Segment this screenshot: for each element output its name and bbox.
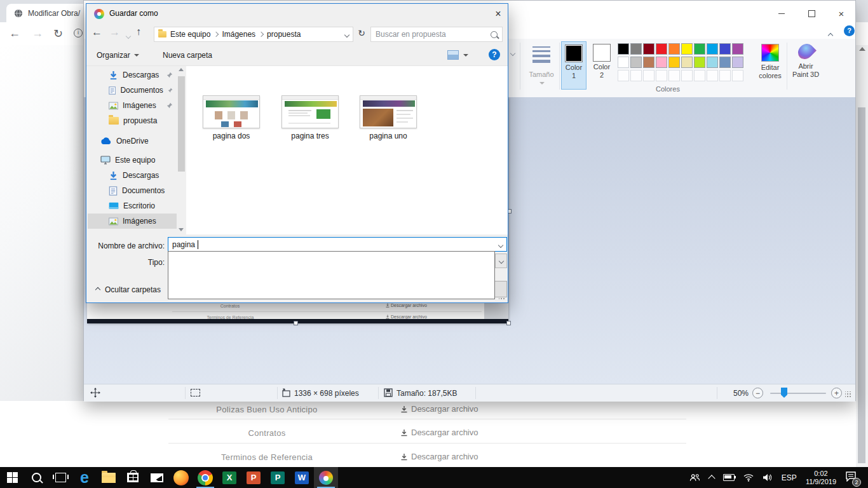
taskbar-file-explorer[interactable]	[97, 467, 121, 488]
up-one-level-button[interactable]: ↑	[136, 26, 141, 37]
taskbar-publisher[interactable]: P	[266, 467, 290, 488]
dialog-forward-button[interactable]: →	[109, 26, 120, 39]
palette-swatch[interactable]	[681, 43, 693, 55]
file-tile-pagina-uno[interactable]: pagina uno	[355, 95, 422, 140]
breadcrumb[interactable]: Este equipo Imágenes propuesta	[154, 27, 353, 42]
breadcrumb-current[interactable]: propuesta	[267, 30, 301, 39]
browser-reload-button[interactable]: ↻	[53, 27, 63, 41]
palette-swatch[interactable]	[656, 57, 667, 68]
palette-swatch[interactable]	[694, 57, 705, 68]
scrollbar-up-arrow[interactable]	[179, 68, 184, 71]
people-icon[interactable]	[689, 473, 700, 482]
browser-scrollbar-track[interactable]	[856, 45, 868, 467]
maximize-button[interactable]	[801, 6, 822, 20]
browser-scrollbar-thumb[interactable]	[858, 107, 865, 463]
minimize-button[interactable]	[771, 6, 792, 20]
sidebar-item-este-equipo[interactable]: Este equipo	[88, 152, 177, 168]
volume-icon[interactable]	[763, 473, 773, 482]
breadcrumb-folder[interactable]: Imágenes	[222, 30, 255, 39]
canvas-resize-handle-bottom[interactable]	[294, 321, 298, 325]
dialog-back-button[interactable]: ←	[92, 26, 102, 39]
change-view-button[interactable]	[447, 50, 468, 60]
palette-swatch[interactable]	[732, 57, 743, 68]
palette-swatch[interactable]	[630, 57, 642, 68]
palette-swatch[interactable]	[618, 57, 629, 68]
zoom-slider-track[interactable]	[770, 393, 826, 394]
paint-help-icon[interactable]: ?	[844, 25, 855, 36]
action-center-button[interactable]: 2	[845, 471, 857, 484]
chrome-close-button[interactable]: ×	[856, 0, 868, 22]
search-icon[interactable]	[491, 31, 498, 38]
sidebar-item-descargas[interactable]: Descargas	[88, 67, 177, 83]
color2-button[interactable]: Color2	[589, 41, 614, 90]
filetype-dropdown-button[interactable]	[495, 254, 507, 268]
palette-swatch[interactable]	[668, 43, 680, 55]
dialog-close-button[interactable]: ×	[491, 7, 505, 21]
edit-colors-button[interactable]: Editarcolores	[755, 41, 785, 91]
organize-menu-button[interactable]: Organizar	[97, 51, 139, 60]
filename-input[interactable]: pagina	[168, 237, 507, 252]
palette-swatch[interactable]	[719, 57, 731, 68]
battery-icon[interactable]	[723, 474, 735, 481]
palette-empty-slot[interactable]	[668, 70, 680, 81]
canvas-resize-handle-corner[interactable]	[506, 321, 511, 325]
palette-swatch[interactable]	[630, 43, 642, 55]
new-folder-button[interactable]: Nueva carpeta	[163, 51, 212, 60]
browser-back-button[interactable]: ←	[9, 27, 20, 40]
help-icon[interactable]: ?	[489, 49, 500, 60]
window-resize-grip[interactable]	[845, 391, 851, 398]
wifi-icon[interactable]	[743, 473, 754, 482]
taskbar-mail[interactable]	[145, 467, 169, 488]
refresh-button[interactable]: ↻	[356, 28, 367, 41]
taskbar-powerpoint[interactable]: P	[241, 467, 266, 488]
taskbar-firefox[interactable]	[169, 467, 193, 488]
scrollbar-down-arrow[interactable]	[179, 228, 184, 231]
sidebar-item-propuesta[interactable]: propuesta	[88, 113, 177, 128]
palette-empty-slot[interactable]	[656, 70, 667, 81]
file-tile-pagina-tres[interactable]: pagina tres	[276, 95, 344, 140]
taskbar-edge[interactable]: e	[72, 467, 97, 488]
palette-empty-slot[interactable]	[732, 70, 743, 81]
sidebar-item-imagenes[interactable]: Imágenes	[88, 98, 177, 113]
palette-empty-slot[interactable]	[618, 70, 629, 81]
page-info-icon[interactable]: i	[74, 29, 83, 37]
task-view-button[interactable]	[48, 467, 72, 488]
zoom-in-button[interactable]: +	[831, 388, 842, 398]
taskbar-word[interactable]: W	[290, 467, 314, 488]
sidebar-item-documentos[interactable]: Documentos	[88, 83, 177, 98]
palette-swatch[interactable]	[719, 43, 731, 55]
palette-empty-slot[interactable]	[719, 70, 731, 81]
palette-swatch[interactable]	[707, 57, 718, 68]
sidebar-item-escritorio[interactable]: Escritorio	[88, 198, 177, 214]
taskbar-paint[interactable]	[314, 467, 338, 488]
recent-locations-arrow[interactable]	[126, 31, 130, 40]
palette-empty-slot[interactable]	[681, 70, 693, 81]
zoom-slider-thumb[interactable]	[781, 388, 787, 398]
keyboard-language[interactable]: ESP	[782, 473, 797, 482]
palette-empty-slot[interactable]	[707, 70, 718, 81]
filename-dropdown-arrow[interactable]	[499, 240, 503, 249]
taskbar-store[interactable]	[121, 467, 145, 488]
palette-swatch[interactable]	[668, 57, 680, 68]
file-tile-pagina-dos[interactable]: pagina dos	[198, 95, 265, 140]
hide-folders-button[interactable]: Ocultar carpetas	[96, 285, 161, 294]
taskbar-excel[interactable]: X	[217, 467, 241, 488]
palette-empty-slot[interactable]	[643, 70, 654, 81]
palette-swatch[interactable]	[694, 43, 705, 55]
clock[interactable]: 0:02 11/9/2019	[806, 470, 836, 486]
palette-swatch[interactable]	[643, 43, 654, 55]
zoom-out-button[interactable]: −	[752, 388, 763, 398]
search-input[interactable]: Buscar en propuesta	[370, 27, 503, 42]
open-paint3d-button[interactable]: AbrirPaint 3D	[789, 41, 822, 91]
palette-swatch[interactable]	[681, 57, 693, 68]
sidebar-scrollbar[interactable]	[177, 66, 186, 233]
palette-swatch[interactable]	[707, 43, 718, 55]
scrollbar-up-arrow[interactable]	[859, 47, 865, 51]
show-hidden-icons-chevron[interactable]	[708, 475, 715, 482]
size-button[interactable]: Tamaño	[525, 43, 558, 93]
sidebar-item-documentos-2[interactable]: Documentos	[88, 183, 177, 198]
taskbar-chrome[interactable]	[193, 467, 217, 488]
browser-forward-button[interactable]: →	[32, 27, 43, 40]
palette-empty-slot[interactable]	[694, 70, 705, 81]
color1-button[interactable]: Color1	[561, 41, 587, 90]
